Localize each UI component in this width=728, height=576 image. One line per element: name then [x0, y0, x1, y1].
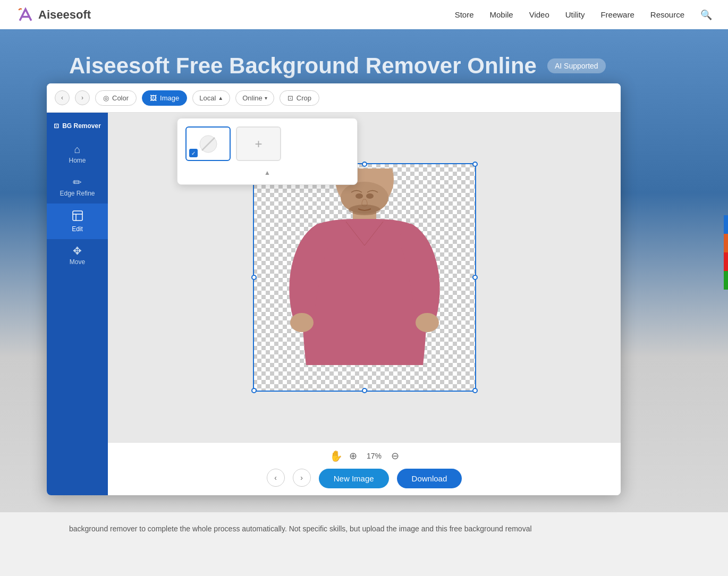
hand-tool-icon[interactable]: ✋	[329, 450, 343, 462]
image-button[interactable]: 🖼 Image	[142, 90, 187, 106]
ai-badge: AI Supported	[547, 58, 606, 73]
nav-video[interactable]: Video	[529, 10, 549, 19]
top-navigation: Aiseesoft Store Mobile Video Utility Fre…	[0, 0, 728, 29]
image-icon: 🖼	[150, 94, 157, 102]
modal-body: ⊡ BG Remover ⌂ Home ✏ Edge Refine	[47, 113, 621, 495]
sidebar-item-home[interactable]: ⌂ Home	[47, 138, 108, 171]
sidebar-item-edge-refine[interactable]: ✏ Edge Refine	[47, 171, 108, 204]
sidebar-logo-icon: ⊡	[54, 122, 59, 130]
image-canvas[interactable]	[253, 163, 476, 392]
handle-middle-right[interactable]	[472, 275, 478, 280]
color-icon: ◎	[103, 94, 109, 102]
page-title: Aiseesoft Free Background Remover Online…	[69, 53, 728, 79]
image-label: Image	[160, 94, 179, 102]
svg-rect-0	[73, 211, 82, 221]
online-dropdown[interactable]: Online ▾	[235, 90, 274, 106]
handle-middle-left[interactable]	[251, 275, 257, 280]
crop-label: Crop	[297, 94, 311, 102]
bottom-actions: ‹ › New Image Download	[267, 469, 462, 488]
color-panel: ✓ + ▲	[177, 118, 358, 185]
zoom-out-icon[interactable]: ⊖	[391, 450, 399, 462]
nav-utility[interactable]: Utility	[565, 10, 585, 19]
zoom-controls: ✋ ⊕ 17% ⊖	[329, 450, 399, 462]
page-bottom: background remover to complete the whole…	[0, 512, 728, 576]
bottom-toolbar: ✋ ⊕ 17% ⊖ ‹ › New Image Download	[108, 442, 621, 495]
next-button[interactable]: ›	[293, 469, 311, 487]
sidebar-item-edit[interactable]: Edit	[47, 204, 108, 239]
crop-icon: ⊡	[287, 94, 293, 102]
nav-freeware[interactable]: Freeware	[600, 10, 634, 19]
download-button[interactable]: Download	[397, 469, 462, 488]
bar-blue	[724, 215, 728, 234]
bar-green	[724, 271, 728, 290]
handle-top-right[interactable]	[472, 162, 478, 167]
page-title-area: Aiseesoft Free Background Remover Online…	[0, 29, 728, 79]
no-color-icon	[198, 133, 219, 155]
app-modal: ‹ › ◎ Color 🖼 Image Local ▲ Online ▾ ⊡ C…	[47, 83, 621, 495]
online-chevron-icon: ▾	[265, 95, 267, 101]
handle-top-center[interactable]	[362, 162, 367, 167]
sidebar-edge-label: Edge Refine	[60, 190, 95, 197]
panel-collapse-button[interactable]: ▲	[185, 166, 349, 176]
canvas-area: ✓ + ▲	[108, 113, 621, 495]
logo-text: Aiseesoft	[38, 8, 91, 22]
online-label: Online	[242, 94, 263, 102]
nav-links: Store Mobile Video Utility Freeware Reso…	[455, 9, 712, 21]
logo-icon	[16, 5, 35, 24]
crop-button[interactable]: ⊡ Crop	[280, 90, 319, 106]
move-icon: ✥	[73, 245, 82, 256]
selection-box	[253, 163, 476, 392]
home-icon: ⌂	[74, 144, 80, 155]
zoom-level: 17%	[363, 452, 385, 460]
sidebar-item-move[interactable]: ✥ Move	[47, 239, 108, 272]
color-button[interactable]: ◎ Color	[95, 90, 137, 106]
bar-red	[724, 252, 728, 271]
sidebar-edit-label: Edit	[72, 225, 83, 233]
nav-mobile[interactable]: Mobile	[489, 10, 513, 19]
add-swatch-icon: +	[255, 137, 262, 151]
swatch-checkmark: ✓	[189, 149, 198, 157]
back-button[interactable]: ‹	[55, 90, 70, 105]
add-color-swatch[interactable]: +	[236, 126, 281, 161]
handle-bottom-left[interactable]	[251, 388, 257, 393]
edit-icon	[72, 210, 83, 223]
sidebar-title: BG Remover	[62, 122, 101, 130]
sidebar: ⊡ BG Remover ⌂ Home ✏ Edge Refine	[47, 113, 108, 495]
nav-resource[interactable]: Resource	[650, 10, 684, 19]
sidebar-home-label: Home	[69, 157, 86, 164]
no-color-swatch[interactable]: ✓	[185, 126, 231, 161]
new-image-button[interactable]: New Image	[319, 469, 389, 488]
bar-orange	[724, 234, 728, 252]
prev-button[interactable]: ‹	[267, 469, 285, 487]
sidebar-move-label: Move	[70, 258, 85, 266]
logo[interactable]: Aiseesoft	[16, 5, 91, 24]
page-title-text: Aiseesoft Free Background Remover Online	[69, 53, 537, 79]
page-bottom-text: background remover to complete the whole…	[69, 523, 659, 535]
local-label: Local	[199, 94, 216, 102]
right-color-bars	[724, 215, 728, 290]
search-icon[interactable]: 🔍	[700, 9, 712, 21]
zoom-in-icon[interactable]: ⊕	[349, 450, 357, 462]
nav-store[interactable]: Store	[455, 10, 474, 19]
color-panel-row: ✓ +	[185, 126, 349, 161]
color-label: Color	[112, 94, 129, 102]
handle-bottom-center[interactable]	[362, 388, 367, 393]
local-dropdown[interactable]: Local ▲	[192, 90, 230, 106]
collapse-icon: ▲	[264, 169, 270, 176]
sidebar-header: ⊡ BG Remover	[54, 118, 101, 138]
local-chevron-icon: ▲	[218, 95, 223, 101]
modal-toolbar: ‹ › ◎ Color 🖼 Image Local ▲ Online ▾ ⊡ C…	[47, 83, 621, 113]
edge-refine-icon: ✏	[73, 177, 82, 188]
forward-button[interactable]: ›	[75, 90, 90, 105]
handle-bottom-right[interactable]	[472, 388, 478, 393]
